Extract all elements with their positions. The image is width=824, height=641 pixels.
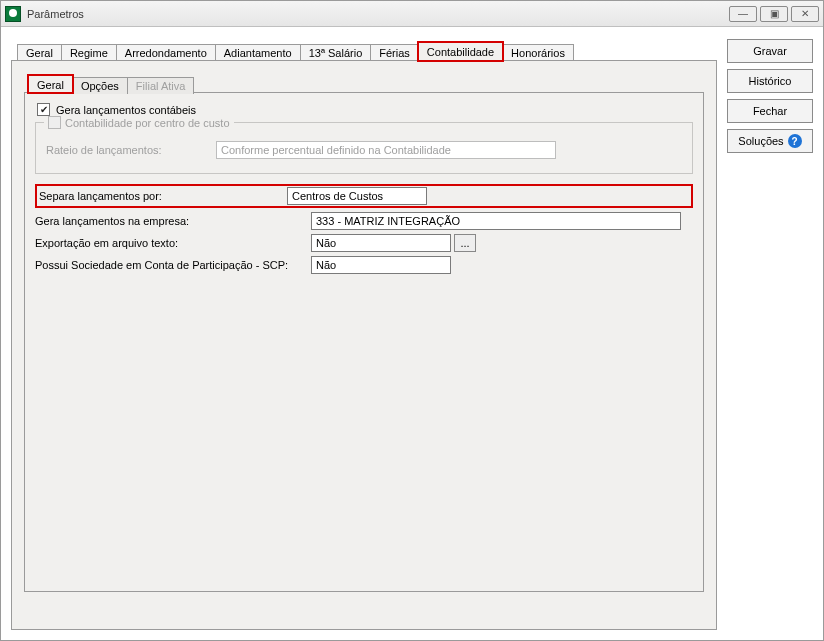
window-controls: — ▣ ✕ — [729, 6, 819, 22]
rateio-row: Rateio de lançamentos: Conforme percentu… — [46, 141, 682, 159]
inner-tab-filial-ativa: Filial Ativa — [127, 77, 195, 94]
separa-field[interactable]: Centros de Custos — [287, 187, 427, 205]
solucoes-button[interactable]: Soluções ? — [727, 129, 813, 153]
side-buttons: Gravar Histórico Fechar Soluções ? — [717, 39, 813, 630]
inner-tabs: Geral Opções Filial Ativa — [24, 73, 704, 93]
titlebar: Parâmetros — ▣ ✕ — [1, 1, 823, 27]
scp-row: Possui Sociedade em Conta de Participaçã… — [35, 256, 693, 274]
help-icon: ? — [788, 134, 802, 148]
centro-custo-legend-text: Contabilidade por centro de custo — [65, 117, 230, 129]
exportacao-label: Exportação em arquivo texto: — [35, 237, 311, 249]
outer-tab-panel: Geral Opções Filial Ativa ✔ Gera lançame… — [11, 60, 717, 630]
close-button[interactable]: ✕ — [791, 6, 819, 22]
solucoes-label: Soluções — [738, 135, 783, 147]
main-column: Geral Regime Arredondamento Adiantamento… — [11, 39, 717, 630]
tab-contabilidade[interactable]: Contabilidade — [418, 42, 503, 61]
exportacao-field[interactable]: Não — [311, 234, 451, 252]
centro-custo-legend: Contabilidade por centro de custo — [44, 116, 234, 129]
window-title: Parâmetros — [27, 8, 84, 20]
outer-tabs: Geral Regime Arredondamento Adiantamento… — [11, 39, 717, 61]
content-area: Geral Regime Arredondamento Adiantamento… — [1, 27, 823, 640]
empresa-label: Gera lançamentos na empresa: — [35, 215, 311, 227]
parametros-window: Parâmetros — ▣ ✕ Geral Regime Arredondam… — [0, 0, 824, 641]
inner-tab-geral[interactable]: Geral — [28, 75, 73, 93]
gera-lancamentos-row: ✔ Gera lançamentos contábeis — [37, 103, 693, 116]
gravar-button[interactable]: Gravar — [727, 39, 813, 63]
rateio-field: Conforme percentual definido na Contabil… — [216, 141, 556, 159]
app-icon — [5, 6, 21, 22]
scp-field[interactable]: Não — [311, 256, 451, 274]
gera-lancamentos-label: Gera lançamentos contábeis — [56, 104, 196, 116]
separa-highlight: Separa lançamentos por: Centros de Custo… — [35, 184, 693, 208]
centro-custo-group: Contabilidade por centro de custo Rateio… — [35, 122, 693, 174]
centro-custo-checkbox — [48, 116, 61, 129]
empresa-row: Gera lançamentos na empresa: 333 - MATRI… — [35, 212, 693, 230]
maximize-button[interactable]: ▣ — [760, 6, 788, 22]
historico-button[interactable]: Histórico — [727, 69, 813, 93]
empresa-field[interactable]: 333 - MATRIZ INTEGRAÇÃO — [311, 212, 681, 230]
gera-lancamentos-checkbox[interactable]: ✔ — [37, 103, 50, 116]
minimize-button[interactable]: — — [729, 6, 757, 22]
fechar-button[interactable]: Fechar — [727, 99, 813, 123]
scp-label: Possui Sociedade em Conta de Participaçã… — [35, 259, 311, 271]
exportacao-browse-button[interactable]: ... — [454, 234, 476, 252]
inner-tab-opcoes[interactable]: Opções — [72, 77, 128, 94]
inner-tab-panel: ✔ Gera lançamentos contábeis Contabilida… — [24, 92, 704, 592]
rateio-label: Rateio de lançamentos: — [46, 144, 216, 156]
separa-row: Separa lançamentos por: Centros de Custo… — [39, 187, 689, 205]
exportacao-row: Exportação em arquivo texto: Não ... — [35, 234, 693, 252]
separa-label: Separa lançamentos por: — [39, 190, 287, 202]
